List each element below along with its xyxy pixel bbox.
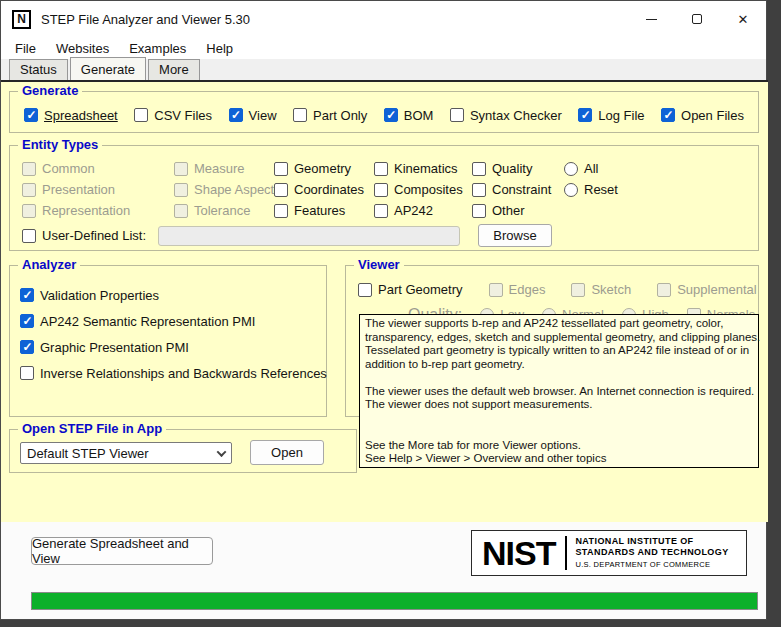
generate-spreadsheet-and-view-button[interactable]: Generate Spreadsheet and View: [31, 537, 213, 565]
checkbox-view[interactable]: View: [229, 108, 277, 123]
checkbox-disabled-icon: [174, 162, 188, 176]
maximize-icon: [692, 14, 702, 24]
browse-button[interactable]: Browse: [478, 224, 552, 247]
entity-types-groupbox: Entity Types Common Measure Geometry Kin…: [9, 145, 759, 251]
checkbox-unchecked-icon: [472, 183, 486, 197]
nist-line3: U.S. DEPARTMENT OF COMMERCE: [575, 560, 728, 570]
checkbox-ap242-semantic-pmi[interactable]: AP242 Semantic Representation PMI: [20, 308, 326, 334]
checkbox-part-only[interactable]: Part Only: [293, 108, 367, 123]
checkbox-label: View: [249, 108, 277, 123]
radio-all[interactable]: All: [564, 161, 598, 176]
maximize-button[interactable]: [674, 1, 720, 37]
combobox-value: Default STEP Viewer: [21, 446, 211, 461]
checkbox-unchecked-icon: [20, 366, 34, 380]
checkbox-label: Features: [294, 203, 345, 218]
checkbox-unchecked-icon: [450, 108, 464, 122]
checkbox-unchecked-icon: [293, 108, 307, 122]
checkbox-label: Log File: [598, 108, 644, 123]
checkbox-geometry[interactable]: Geometry: [274, 161, 351, 176]
checkbox-other[interactable]: Other: [472, 203, 525, 218]
checkbox-coordinates[interactable]: Coordinates: [274, 182, 364, 197]
menu-examples[interactable]: Examples: [119, 39, 196, 58]
checkbox-spreadsheet[interactable]: Spreadsheet: [24, 108, 118, 123]
checkbox-open-files[interactable]: Open Files: [661, 108, 744, 123]
checkbox-validation-properties[interactable]: Validation Properties: [20, 282, 326, 308]
tab-status[interactable]: Status: [9, 59, 68, 80]
checkbox-sketch[interactable]: Sketch: [571, 282, 631, 297]
checkbox-label: Coordinates: [294, 182, 364, 197]
checkbox-kinematics[interactable]: Kinematics: [374, 161, 458, 176]
tooltip-line: addition to b-rep part geometry.: [365, 358, 753, 372]
checkbox-label: Part Geometry: [378, 282, 463, 297]
checkbox-unchecked-icon: [274, 162, 288, 176]
checkbox-shape-aspect[interactable]: Shape Aspect: [174, 182, 274, 197]
checkbox-graphic-presentation-pmi[interactable]: Graphic Presentation PMI: [20, 334, 326, 360]
checkbox-checked-icon: [20, 340, 34, 354]
analyzer-options: Validation Properties AP242 Semantic Rep…: [10, 266, 326, 386]
checkbox-label: User-Defined List:: [42, 228, 146, 243]
checkbox-disabled-icon: [489, 283, 503, 297]
tooltip-line: [365, 412, 753, 426]
checkbox-supplemental[interactable]: Supplemental: [657, 282, 757, 297]
nist-line1: NATIONAL INSTITUTE OF: [575, 536, 728, 547]
checkbox-label: Shape Aspect: [194, 182, 274, 197]
entity-types-grid: Common Measure Geometry Kinematics Quali…: [10, 146, 758, 221]
viewer-group-title: Viewer: [354, 258, 404, 272]
menu-help[interactable]: Help: [196, 39, 243, 58]
generate-tab-pane: Generate Spreadsheet CSV Files View Part…: [1, 80, 768, 522]
checkbox-checked-icon: [24, 108, 38, 122]
checkbox-representation[interactable]: Representation: [22, 203, 130, 218]
checkbox-tolerance[interactable]: Tolerance: [174, 203, 250, 218]
desktop: N STEP File Analyzer and Viewer 5.30 Fil…: [0, 0, 781, 627]
checkbox-label: Composites: [394, 182, 463, 197]
checkbox-part-geometry[interactable]: Part Geometry: [358, 282, 463, 297]
generate-group-title: Generate: [18, 84, 82, 98]
checkbox-bom[interactable]: BOM: [384, 108, 434, 123]
open-button[interactable]: Open: [250, 440, 324, 465]
checkbox-quality[interactable]: Quality: [472, 161, 532, 176]
checkbox-label: Quality: [492, 161, 532, 176]
checkbox-composites[interactable]: Composites: [374, 182, 463, 197]
tab-generate[interactable]: Generate: [70, 57, 146, 80]
step-viewer-combobox[interactable]: Default STEP Viewer: [20, 442, 232, 464]
tab-more[interactable]: More: [148, 59, 200, 80]
chevron-glyph: [216, 447, 226, 457]
checkbox-ap242[interactable]: AP242: [374, 203, 433, 218]
checkbox-user-defined-list[interactable]: User-Defined List:: [22, 228, 146, 243]
checkbox-disabled-icon: [22, 204, 36, 218]
menu-file[interactable]: File: [5, 39, 46, 58]
checkbox-disabled-icon: [571, 283, 585, 297]
checkbox-label: Constraint: [492, 182, 551, 197]
checkbox-common[interactable]: Common: [22, 161, 95, 176]
checkbox-constraint[interactable]: Constraint: [472, 182, 551, 197]
checkbox-label: BOM: [404, 108, 434, 123]
menu-websites[interactable]: Websites: [46, 39, 119, 58]
app-icon: N: [12, 10, 31, 29]
radio-reset[interactable]: Reset: [564, 182, 618, 197]
checkbox-unchecked-icon: [374, 162, 388, 176]
checkbox-unchecked-icon: [274, 183, 288, 197]
checkbox-label: Kinematics: [394, 161, 458, 176]
checkbox-label: Edges: [509, 282, 546, 297]
progress-bar: [31, 592, 758, 610]
checkbox-syntax-checker[interactable]: Syntax Checker: [450, 108, 562, 123]
checkbox-edges[interactable]: Edges: [489, 282, 546, 297]
checkbox-inverse-relationships[interactable]: Inverse Relationships and Backwards Refe…: [20, 360, 326, 386]
close-button[interactable]: [720, 1, 766, 37]
user-defined-list-input[interactable]: [158, 226, 460, 246]
tooltip-line: The viewer does not support measurements…: [365, 398, 753, 412]
nist-logo-text: NATIONAL INSTITUTE OF STANDARDS AND TECH…: [575, 536, 728, 570]
checkbox-measure[interactable]: Measure: [174, 161, 245, 176]
checkbox-csv-files[interactable]: CSV Files: [134, 108, 212, 123]
checkbox-label: Validation Properties: [40, 288, 159, 303]
title-bar[interactable]: N STEP File Analyzer and Viewer 5.30: [1, 1, 766, 37]
minimize-button[interactable]: [628, 1, 674, 37]
checkbox-unchecked-icon: [134, 108, 148, 122]
tooltip-line: See Help > Viewer > Overview and other t…: [365, 452, 753, 466]
chevron-down-icon[interactable]: [211, 443, 231, 463]
checkbox-label: Tolerance: [194, 203, 250, 218]
checkbox-features[interactable]: Features: [274, 203, 345, 218]
checkbox-log-file[interactable]: Log File: [578, 108, 644, 123]
radio-label: Reset: [584, 182, 618, 197]
checkbox-presentation[interactable]: Presentation: [22, 182, 115, 197]
